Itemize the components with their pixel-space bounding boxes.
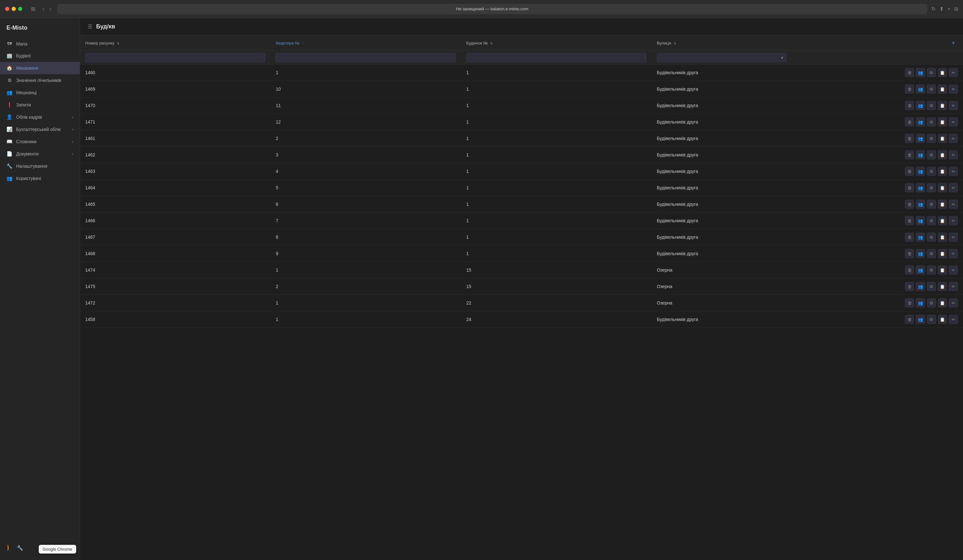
sidebar-item-requests[interactable]: ❗ Запити [0, 99, 80, 111]
doc-button[interactable]: 📋 [938, 167, 947, 176]
users-button[interactable]: 👥 [916, 233, 925, 242]
filter-account-input[interactable] [85, 53, 265, 62]
settings-button[interactable]: ⚙ [927, 233, 936, 242]
col-street[interactable]: Вулиця ⇅ [652, 36, 792, 51]
address-bar[interactable]: Не захищений — balaton.e-misto.com [57, 4, 927, 14]
delete-button[interactable]: 🗑 [905, 315, 914, 324]
share-button[interactable]: ⬆ [939, 6, 944, 12]
edit-button[interactable]: ✏ [949, 233, 958, 242]
delete-button[interactable]: 🗑 [905, 200, 914, 209]
users-button[interactable]: 👥 [916, 183, 925, 192]
col-building[interactable]: Будинок № ⇅ [461, 36, 652, 51]
delete-button[interactable]: 🗑 [905, 101, 914, 110]
sidebar-item-users[interactable]: 👥 Користувачі [0, 172, 80, 185]
edit-button[interactable]: ✏ [949, 183, 958, 192]
edit-button[interactable]: ✏ [949, 68, 958, 77]
edit-button[interactable]: ✏ [949, 117, 958, 126]
edit-button[interactable]: ✏ [949, 315, 958, 324]
settings-button[interactable]: ⚙ [927, 151, 936, 159]
doc-button[interactable]: 📋 [938, 68, 947, 77]
delete-button[interactable]: 🗑 [905, 282, 914, 291]
settings-button[interactable]: ⚙ [927, 84, 936, 94]
users-button[interactable]: 👥 [916, 167, 925, 176]
sidebar-item-documents[interactable]: 📄 Документи › [0, 148, 80, 160]
sidebar-item-meters[interactable]: ⚙ Значення лічильників [0, 74, 80, 86]
users-button[interactable]: 👥 [916, 265, 925, 275]
add-record-button[interactable]: + [949, 39, 958, 47]
sidebar-item-apartments[interactable]: 🏠 Мешкання [0, 62, 80, 74]
doc-button[interactable]: 📋 [938, 117, 947, 126]
col-account[interactable]: Номер рахунку ⇅ [80, 36, 271, 51]
users-button[interactable]: 👥 [916, 151, 925, 159]
delete-button[interactable]: 🗑 [905, 216, 914, 225]
close-button[interactable] [5, 7, 9, 11]
doc-button[interactable]: 📋 [938, 200, 947, 209]
settings-button[interactable]: ⚙ [927, 68, 936, 77]
sidebar-item-settings[interactable]: 🔧 Налаштування [0, 160, 80, 172]
edit-button[interactable]: ✏ [949, 265, 958, 275]
delete-button[interactable]: 🗑 [905, 117, 914, 126]
sidebar-item-buildings[interactable]: 🏢 Будівлі [0, 50, 80, 62]
edit-button[interactable]: ✏ [949, 151, 958, 159]
walk-icon-button[interactable]: 🚶 [5, 545, 11, 551]
doc-button[interactable]: 📋 [938, 134, 947, 143]
tabs-button[interactable]: ⧉ [954, 6, 958, 12]
table-container[interactable]: Номер рахунку ⇅ Квартира № ↑ Будинок № ⇅ [80, 36, 963, 560]
delete-button[interactable]: 🗑 [905, 167, 914, 176]
sidebar-item-accounting[interactable]: 📊 Бухгалтерський облік › [0, 123, 80, 136]
edit-button[interactable]: ✏ [949, 216, 958, 225]
settings-button[interactable]: ⚙ [927, 249, 936, 258]
settings-button[interactable]: ⚙ [927, 315, 936, 324]
edit-button[interactable]: ✏ [949, 167, 958, 176]
doc-button[interactable]: 📋 [938, 249, 947, 258]
settings-button[interactable]: ⚙ [927, 298, 936, 308]
delete-button[interactable]: 🗑 [905, 298, 914, 308]
sidebar-toggle-button[interactable]: ⊞ [29, 5, 37, 13]
doc-button[interactable]: 📋 [938, 282, 947, 291]
users-button[interactable]: 👥 [916, 117, 925, 126]
tool-icon-button[interactable]: 🔧 [17, 545, 23, 551]
users-button[interactable]: 👥 [916, 68, 925, 77]
users-button[interactable]: 👥 [916, 298, 925, 308]
filter-apt-input[interactable] [276, 53, 456, 62]
delete-button[interactable]: 🗑 [905, 151, 914, 159]
minimize-button[interactable] [11, 7, 16, 11]
settings-button[interactable]: ⚙ [927, 265, 936, 275]
doc-button[interactable]: 📋 [938, 216, 947, 225]
doc-button[interactable]: 📋 [938, 101, 947, 110]
edit-button[interactable]: ✏ [949, 84, 958, 94]
edit-button[interactable]: ✏ [949, 101, 958, 110]
delete-button[interactable]: 🗑 [905, 84, 914, 94]
settings-button[interactable]: ⚙ [927, 117, 936, 126]
users-button[interactable]: 👥 [916, 200, 925, 209]
delete-button[interactable]: 🗑 [905, 233, 914, 242]
users-button[interactable]: 👥 [916, 134, 925, 143]
doc-button[interactable]: 📋 [938, 233, 947, 242]
sidebar-item-residents[interactable]: 👥 Мешканці [0, 86, 80, 99]
delete-button[interactable]: 🗑 [905, 249, 914, 258]
edit-button[interactable]: ✏ [949, 249, 958, 258]
edit-button[interactable]: ✏ [949, 298, 958, 308]
delete-button[interactable]: 🗑 [905, 68, 914, 77]
settings-button[interactable]: ⚙ [927, 200, 936, 209]
sidebar-item-dictionaries[interactable]: 📖 Словники › [0, 136, 80, 148]
edit-button[interactable]: ✏ [949, 134, 958, 143]
new-tab-button[interactable]: + [947, 6, 950, 12]
doc-button[interactable]: 📋 [938, 183, 947, 192]
users-button[interactable]: 👥 [916, 282, 925, 291]
forward-button[interactable]: › [47, 5, 53, 13]
sidebar-item-hr[interactable]: 👤 Облік кадрів › [0, 111, 80, 123]
filter-street-select[interactable] [657, 53, 786, 62]
doc-button[interactable]: 📋 [938, 315, 947, 324]
delete-button[interactable]: 🗑 [905, 183, 914, 192]
settings-button[interactable]: ⚙ [927, 134, 936, 143]
hamburger-icon[interactable]: ☰ [88, 24, 92, 30]
settings-button[interactable]: ⚙ [927, 101, 936, 110]
users-button[interactable]: 👥 [916, 84, 925, 94]
col-apt[interactable]: Квартира № ↑ [271, 36, 461, 51]
filter-building-input[interactable] [466, 53, 647, 62]
doc-button[interactable]: 📋 [938, 84, 947, 94]
settings-button[interactable]: ⚙ [927, 183, 936, 192]
doc-button[interactable]: 📋 [938, 298, 947, 308]
sidebar-item-map[interactable]: 🗺 Мапа [0, 38, 80, 50]
